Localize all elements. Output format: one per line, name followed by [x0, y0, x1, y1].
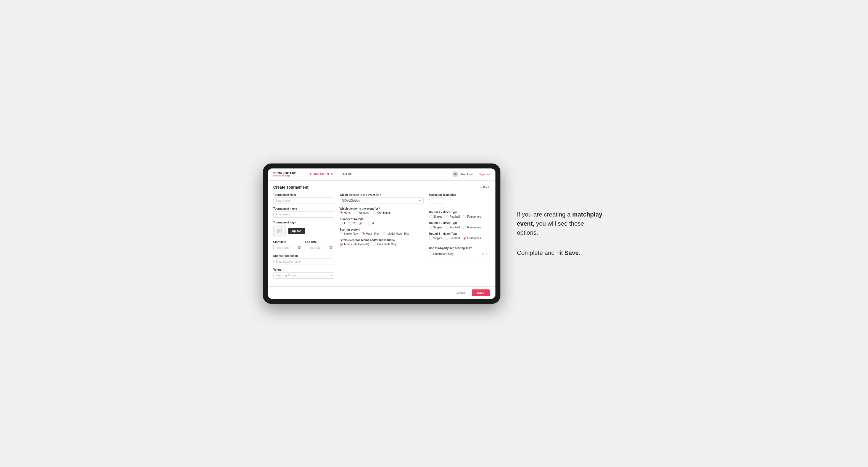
- gender-womens-radio[interactable]: [354, 211, 358, 214]
- round3-singles-radio[interactable]: [429, 237, 432, 240]
- round1-singles-radio[interactable]: [429, 215, 432, 218]
- annotation-bottom: Complete and hit Save.: [517, 248, 606, 257]
- rounds-radio-group: 1 2 3: [340, 222, 424, 225]
- round2-match-type: Round 2 - Match Type Singles Fourball: [429, 221, 490, 229]
- scoring-match-radio[interactable]: [362, 232, 365, 235]
- tablet-screen: SCOREBOARD Powered by clippr TOURNAMENTS…: [268, 168, 495, 299]
- venue-group: Venue ▾: [273, 268, 334, 279]
- end-date-field: End date 📅: [305, 241, 334, 251]
- gender-combined[interactable]: Combined: [373, 211, 390, 214]
- round2-singles-label: Singles: [433, 226, 442, 229]
- round-1[interactable]: 1: [340, 222, 345, 225]
- round2-foursomes[interactable]: Foursomes: [463, 226, 481, 229]
- round1-fourball-radio[interactable]: [445, 215, 448, 218]
- round-2-radio[interactable]: [349, 222, 352, 225]
- tournament-host-group: Tournament Host: [273, 193, 334, 204]
- round2-options: Singles Fourball Foursomes: [429, 226, 490, 229]
- round3-foursomes[interactable]: Foursomes: [463, 237, 481, 240]
- round2-fourball[interactable]: Fourball: [445, 226, 460, 229]
- logo-group: Tournament logo Upload: [273, 221, 334, 237]
- round-1-radio[interactable]: [340, 222, 343, 225]
- round3-singles[interactable]: Singles: [429, 237, 442, 240]
- teams-individuals-radio[interactable]: [373, 243, 376, 246]
- round-2[interactable]: 2: [349, 222, 355, 225]
- round2-singles-radio[interactable]: [429, 226, 432, 229]
- nav-right: TU Test User | Sign out: [453, 171, 490, 177]
- svg-point-1: [278, 230, 279, 230]
- gender-womens[interactable]: Womens: [354, 211, 369, 214]
- api-tag-close[interactable]: ×: [482, 252, 484, 256]
- gender-radio-group: Mens Womens Combined: [340, 211, 424, 214]
- round2-foursomes-radio[interactable]: [463, 226, 466, 229]
- outer-wrapper: SCOREBOARD Powered by clippr TOURNAMENTS…: [241, 163, 627, 304]
- round3-singles-label: Singles: [433, 237, 442, 240]
- annotation-top: If you are creating a matchplay event, y…: [517, 210, 606, 237]
- gender-mens-radio[interactable]: [340, 211, 343, 214]
- round2-fourball-radio[interactable]: [445, 226, 448, 229]
- max-team-input[interactable]: 5: [429, 197, 443, 204]
- round-1-label: 1: [344, 222, 345, 225]
- sign-out-link[interactable]: Sign out: [478, 173, 490, 176]
- round3-fourball-radio[interactable]: [445, 237, 448, 240]
- save-button[interactable]: Save: [472, 289, 490, 296]
- round3-options: Singles Fourball Foursomes: [429, 237, 490, 240]
- name-input[interactable]: [273, 211, 334, 218]
- scoring-medal-radio[interactable]: [383, 232, 386, 235]
- teams-group: Is this event for Teams and/or Individua…: [340, 239, 424, 246]
- host-input[interactable]: [273, 197, 334, 204]
- tablet-frame: SCOREBOARD Powered by clippr TOURNAMENTS…: [263, 163, 500, 304]
- scoring-stroke-radio[interactable]: [340, 232, 343, 235]
- sponsor-input[interactable]: [273, 258, 334, 265]
- round2-foursomes-label: Foursomes: [467, 226, 481, 229]
- round1-singles-label: Singles: [433, 215, 442, 218]
- round3-fourball[interactable]: Fourball: [445, 237, 460, 240]
- teams-label: Is this event for Teams and/or Individua…: [340, 239, 424, 242]
- round-2-label: 2: [353, 222, 355, 225]
- round1-singles[interactable]: Singles: [429, 215, 442, 218]
- division-label: Which division is the event for?: [340, 193, 424, 196]
- user-name: Test User: [461, 173, 473, 176]
- round3-match-type: Round 3 - Match Type Singles Fourball: [429, 232, 490, 240]
- back-link[interactable]: ← Back: [479, 186, 490, 189]
- round1-foursomes-radio[interactable]: [463, 215, 466, 218]
- round3-foursomes-radio[interactable]: [463, 237, 466, 240]
- nav-tab-tournaments[interactable]: TOURNAMENTS: [305, 171, 337, 177]
- round1-foursomes[interactable]: Foursomes: [463, 215, 481, 218]
- annotation-area: If you are creating a matchplay event, y…: [512, 210, 606, 257]
- max-team-label: Maximum Team Size: [429, 193, 490, 196]
- round-3[interactable]: 3: [359, 222, 365, 225]
- teams-teams[interactable]: Teams (+Individuals): [340, 243, 369, 246]
- round1-match-type: Round 1 - Match Type Singles Fourball: [429, 211, 490, 218]
- annotation-bottom-text2: .: [579, 249, 580, 256]
- round2-singles[interactable]: Singles: [429, 226, 442, 229]
- round-3-radio[interactable]: [359, 222, 362, 225]
- scoring-medal-label: Medal Match Play: [388, 232, 409, 235]
- separator: |: [475, 173, 476, 176]
- teams-individuals[interactable]: Individuals Only: [373, 243, 397, 246]
- division-select[interactable]: NCAA Division I NCAA Division II NCAA Di…: [340, 197, 424, 204]
- upload-button[interactable]: Upload: [288, 228, 305, 234]
- cancel-button[interactable]: Cancel: [452, 289, 469, 296]
- round2-fourball-label: Fourball: [450, 226, 460, 229]
- round-4-radio[interactable]: [368, 222, 371, 225]
- gender-combined-label: Combined: [377, 211, 390, 214]
- teams-individuals-label: Individuals Only: [377, 243, 397, 246]
- round-4[interactable]: 4: [368, 222, 374, 225]
- scoring-match[interactable]: Match Play: [362, 232, 379, 235]
- venue-chevron-icon: ▾: [331, 274, 332, 277]
- nav-tab-teams[interactable]: TEAMS: [338, 171, 356, 177]
- logo-title: SCOREBOARD: [273, 172, 297, 175]
- teams-teams-radio[interactable]: [340, 243, 343, 246]
- scoring-group: Scoring system Stroke Play Match Play: [340, 228, 424, 235]
- gender-combined-radio[interactable]: [373, 211, 376, 214]
- host-label: Tournament Host: [273, 193, 334, 196]
- gender-group: Which gender is the event for? Mens Wome…: [340, 207, 424, 214]
- form-container: Create Tournament ← Back Tournament Host…: [268, 181, 495, 286]
- round1-fourball[interactable]: Fourball: [445, 215, 460, 218]
- gender-mens[interactable]: Mens: [340, 211, 350, 214]
- venue-input[interactable]: [273, 272, 334, 279]
- calendar-icon-2: 📅: [329, 246, 333, 249]
- annotation-bottom-text1: Complete and hit: [517, 249, 564, 256]
- scoring-medal[interactable]: Medal Match Play: [383, 232, 409, 235]
- scoring-stroke[interactable]: Stroke Play: [340, 232, 358, 235]
